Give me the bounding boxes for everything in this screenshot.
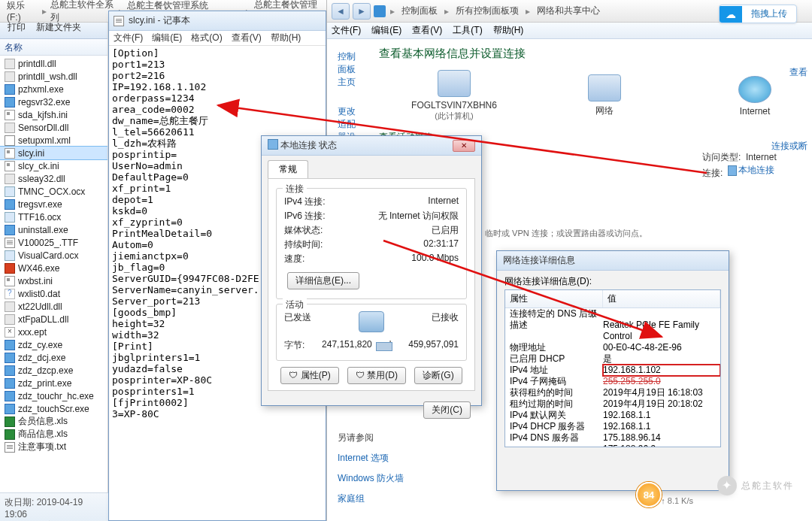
- diagnose-button[interactable]: 诊断(G): [414, 367, 462, 384]
- file-item[interactable]: ssleay32.dll: [0, 172, 108, 185]
- file-item[interactable]: 会员信息.xls: [0, 415, 108, 428]
- bytes-recv: 459,957,091: [408, 339, 459, 352]
- cp-side-home[interactable]: 控制面板主页: [338, 48, 356, 91]
- file-item[interactable]: slcy_ck.ini: [0, 159, 108, 172]
- properties-button[interactable]: 🛡 属性(P): [280, 367, 338, 384]
- file-list[interactable]: printdll.dllprintdll_wsh.dllpzhxml.exere…: [0, 56, 108, 455]
- file-item[interactable]: slcy.ini: [0, 147, 108, 159]
- file-item[interactable]: xxx.ept: [0, 326, 108, 338]
- bytes-sent: 247,151,820: [322, 339, 372, 352]
- detail-row[interactable]: 连接特定的 DNS 后缀: [505, 308, 720, 320]
- group-connection-title: 连接: [283, 183, 307, 195]
- cp-crumb-0[interactable]: 控制面板: [399, 5, 440, 17]
- file-item[interactable]: tregsvr.exe: [0, 198, 108, 211]
- detail-row[interactable]: 175.188.96.9: [505, 444, 720, 447]
- status-dialog-titlebar[interactable]: 本地连接 状态 ✕: [262, 136, 481, 156]
- file-item[interactable]: 注意事项.txt: [0, 441, 108, 453]
- detail-row[interactable]: 描述Realtek PCIe FE Family Control: [505, 320, 720, 342]
- tab-general[interactable]: 常规: [268, 160, 308, 178]
- node-network[interactable]: 网络: [559, 74, 650, 117]
- toolbar-print[interactable]: 打印: [8, 21, 26, 34]
- column-header-name[interactable]: 名称: [0, 39, 108, 56]
- file-icon: [5, 186, 15, 197]
- file-item[interactable]: pzhxml.exe: [0, 83, 108, 95]
- local-connection-link[interactable]: 本地连接: [728, 164, 774, 177]
- node-this-pc[interactable]: FOGLTSVIN7XBHN6 (此计算机): [409, 70, 499, 122]
- file-item[interactable]: VisualCard.ocx: [0, 249, 108, 262]
- details-columns[interactable]: 属性 值: [505, 290, 720, 308]
- speed-badge[interactable]: 84: [636, 482, 662, 507]
- file-item[interactable]: zdz_dcj.exe: [0, 351, 108, 364]
- file-item[interactable]: sda_kjfsh.ini: [0, 108, 108, 121]
- detail-row[interactable]: IPv4 DHCP 服务器192.168.1.1: [505, 421, 720, 432]
- cp-menu-tools[interactable]: 工具(T): [453, 24, 482, 37]
- cp-menu-file[interactable]: 文件(F): [332, 24, 361, 37]
- col-value[interactable]: 值: [603, 290, 720, 307]
- col-property[interactable]: 属性: [505, 290, 603, 307]
- details-button[interactable]: 详细信息(E)...: [287, 272, 359, 289]
- cp-crumb-1[interactable]: 所有控制面板项: [453, 5, 521, 17]
- globe-icon: [738, 76, 771, 103]
- nav-back-button[interactable]: ◄: [332, 3, 350, 20]
- file-item[interactable]: setupxml.xml: [0, 134, 108, 147]
- detail-row[interactable]: IPv4 默认网关192.168.1.1: [505, 410, 720, 421]
- file-item[interactable]: SensorDll.dll: [0, 121, 108, 134]
- cp-crumb-2[interactable]: 网络和共享中心: [535, 5, 602, 17]
- group-activity-title: 活动: [283, 298, 307, 311]
- explorer-status-bar: 改日期: 2019-04-19 19:06 大小: 509 字节: [0, 492, 108, 521]
- connect-disconnect-link[interactable]: 连接或断: [771, 140, 807, 153]
- upload-button[interactable]: ☁ 拖拽上传: [719, 5, 797, 23]
- file-item[interactable]: zdz_touchr_hc.exe: [0, 389, 108, 402]
- np-menu-file[interactable]: 文件(F): [114, 32, 143, 44]
- file-icon: [5, 429, 15, 440]
- view-full-map-link[interactable]: 查看: [789, 66, 807, 79]
- cp-menu-help[interactable]: 帮助(H): [493, 24, 524, 37]
- file-item[interactable]: WX46.exe: [0, 262, 108, 274]
- file-name: 会员信息.xls: [18, 415, 68, 428]
- node-internet[interactable]: Internet: [710, 76, 800, 117]
- cp-menu-view[interactable]: 查看(V): [412, 24, 442, 37]
- np-menu-view[interactable]: 查看(V): [232, 32, 262, 44]
- close-dialog-button[interactable]: 关闭(C): [423, 401, 471, 419]
- adapter-icon: [268, 139, 278, 150]
- file-item[interactable]: xtFpaDLL.dll: [0, 313, 108, 326]
- file-item[interactable]: zdz_touchScr.exe: [0, 402, 108, 415]
- file-item[interactable]: printdll.dll: [0, 57, 108, 70]
- np-menu-edit[interactable]: 编辑(E): [152, 32, 182, 44]
- nav-fwd-button[interactable]: ►: [353, 3, 371, 20]
- detail-row[interactable]: 已启用 DHCP是: [505, 353, 720, 365]
- detail-row[interactable]: IPv4 DNS 服务器175.188.96.14: [505, 432, 720, 444]
- close-button[interactable]: ✕: [453, 140, 475, 152]
- file-name: zdz_print.exe: [18, 378, 71, 389]
- details-titlebar[interactable]: 网络连接详细信息: [497, 251, 729, 271]
- detail-row[interactable]: 租约过期的时间2019年4月19日 20:18:02: [505, 398, 720, 410]
- np-menu-help[interactable]: 帮助(H): [271, 32, 301, 44]
- file-item[interactable]: zdz_dzcp.exe: [0, 364, 108, 377]
- np-menu-format[interactable]: 格式(O): [191, 32, 222, 44]
- details-subheader: 网络连接详细信息(D):: [497, 271, 729, 289]
- notepad-titlebar[interactable]: slcy.ini - 记事本: [109, 11, 326, 31]
- detail-row[interactable]: IPv4 子网掩码255.255.255.0: [505, 376, 720, 387]
- detail-row[interactable]: 物理地址00-E0-4C-48-2E-96: [505, 342, 720, 353]
- detail-row[interactable]: 获得租约的时间2019年4月19日 16:18:03: [505, 387, 720, 398]
- file-item[interactable]: V100025_.TTF: [0, 236, 108, 249]
- crumb-1[interactable]: 总舵主软件全系列: [48, 0, 118, 24]
- crumb-0[interactable]: 娱乐 (F:): [5, 0, 41, 23]
- file-item[interactable]: wxbst.ini: [0, 274, 108, 287]
- file-item[interactable]: TMNC_OCX.ocx: [0, 185, 108, 198]
- file-item[interactable]: TTF16.ocx: [0, 211, 108, 223]
- node-inet-name: Internet: [710, 106, 800, 117]
- cp-menu-edit[interactable]: 编辑(E): [371, 24, 401, 37]
- file-item[interactable]: xt22Udll.dll: [0, 300, 108, 313]
- file-item[interactable]: printdll_wsh.dll: [0, 70, 108, 83]
- detail-row[interactable]: IPv4 地址192.168.1.102: [505, 365, 720, 376]
- disable-button[interactable]: 🛡 禁用(D): [347, 367, 406, 384]
- bytes-label: 字节:: [284, 339, 304, 352]
- details-list[interactable]: 属性 值 连接特定的 DNS 后缀描述Realtek PCIe FE Famil…: [504, 289, 721, 447]
- file-item[interactable]: 商品信息.xls: [0, 428, 108, 441]
- file-item[interactable]: wxlist0.dat: [0, 287, 108, 300]
- file-item[interactable]: regsvr32.exe: [0, 95, 108, 108]
- file-item[interactable]: zdz_cy.exe: [0, 338, 108, 351]
- file-item[interactable]: zdz_print.exe: [0, 377, 108, 389]
- file-item[interactable]: uninstall.exe: [0, 223, 108, 236]
